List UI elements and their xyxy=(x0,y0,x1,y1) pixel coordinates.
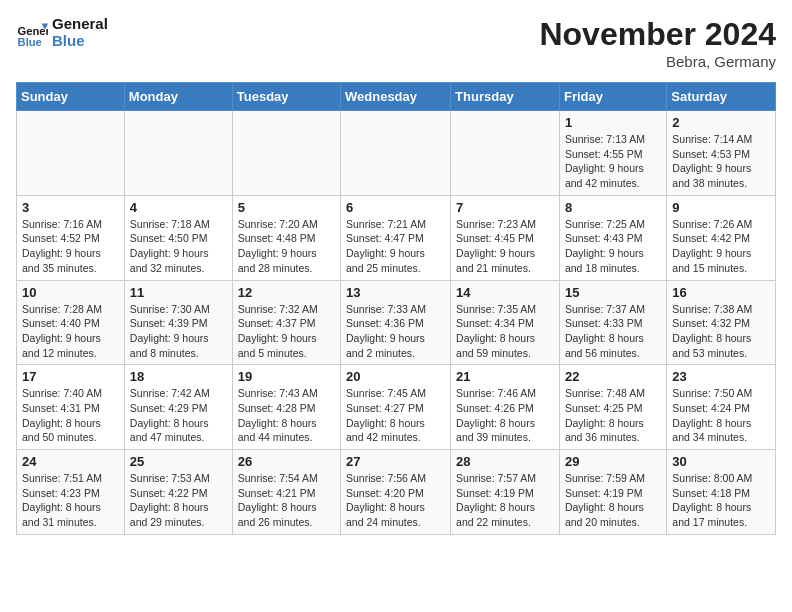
day-number: 23 xyxy=(672,369,770,384)
calendar-cell: 1Sunrise: 7:13 AM Sunset: 4:55 PM Daylig… xyxy=(559,111,666,196)
title-block: November 2024 Bebra, Germany xyxy=(539,16,776,70)
day-info: Sunrise: 7:35 AM Sunset: 4:34 PM Dayligh… xyxy=(456,302,554,361)
calendar-cell: 23Sunrise: 7:50 AM Sunset: 4:24 PM Dayli… xyxy=(667,365,776,450)
calendar-cell: 14Sunrise: 7:35 AM Sunset: 4:34 PM Dayli… xyxy=(451,280,560,365)
day-info: Sunrise: 7:26 AM Sunset: 4:42 PM Dayligh… xyxy=(672,217,770,276)
calendar-cell: 8Sunrise: 7:25 AM Sunset: 4:43 PM Daylig… xyxy=(559,195,666,280)
day-info: Sunrise: 7:38 AM Sunset: 4:32 PM Dayligh… xyxy=(672,302,770,361)
calendar-cell: 20Sunrise: 7:45 AM Sunset: 4:27 PM Dayli… xyxy=(341,365,451,450)
calendar-body: 1Sunrise: 7:13 AM Sunset: 4:55 PM Daylig… xyxy=(17,111,776,535)
logo-icon: General Blue xyxy=(16,17,48,49)
calendar-cell: 7Sunrise: 7:23 AM Sunset: 4:45 PM Daylig… xyxy=(451,195,560,280)
day-info: Sunrise: 7:46 AM Sunset: 4:26 PM Dayligh… xyxy=(456,386,554,445)
calendar-week-5: 24Sunrise: 7:51 AM Sunset: 4:23 PM Dayli… xyxy=(17,450,776,535)
calendar-cell: 16Sunrise: 7:38 AM Sunset: 4:32 PM Dayli… xyxy=(667,280,776,365)
day-number: 13 xyxy=(346,285,445,300)
calendar-header-saturday: Saturday xyxy=(667,83,776,111)
day-info: Sunrise: 7:57 AM Sunset: 4:19 PM Dayligh… xyxy=(456,471,554,530)
calendar-week-3: 10Sunrise: 7:28 AM Sunset: 4:40 PM Dayli… xyxy=(17,280,776,365)
day-number: 11 xyxy=(130,285,227,300)
day-info: Sunrise: 7:32 AM Sunset: 4:37 PM Dayligh… xyxy=(238,302,335,361)
day-info: Sunrise: 7:23 AM Sunset: 4:45 PM Dayligh… xyxy=(456,217,554,276)
day-info: Sunrise: 7:30 AM Sunset: 4:39 PM Dayligh… xyxy=(130,302,227,361)
day-number: 7 xyxy=(456,200,554,215)
day-info: Sunrise: 7:18 AM Sunset: 4:50 PM Dayligh… xyxy=(130,217,227,276)
svg-text:Blue: Blue xyxy=(18,35,42,47)
calendar-cell: 28Sunrise: 7:57 AM Sunset: 4:19 PM Dayli… xyxy=(451,450,560,535)
day-info: Sunrise: 7:28 AM Sunset: 4:40 PM Dayligh… xyxy=(22,302,119,361)
calendar-cell: 18Sunrise: 7:42 AM Sunset: 4:29 PM Dayli… xyxy=(124,365,232,450)
calendar-cell: 22Sunrise: 7:48 AM Sunset: 4:25 PM Dayli… xyxy=(559,365,666,450)
calendar-week-1: 1Sunrise: 7:13 AM Sunset: 4:55 PM Daylig… xyxy=(17,111,776,196)
day-info: Sunrise: 7:50 AM Sunset: 4:24 PM Dayligh… xyxy=(672,386,770,445)
calendar-cell xyxy=(124,111,232,196)
day-number: 19 xyxy=(238,369,335,384)
day-number: 10 xyxy=(22,285,119,300)
day-number: 9 xyxy=(672,200,770,215)
calendar-cell: 2Sunrise: 7:14 AM Sunset: 4:53 PM Daylig… xyxy=(667,111,776,196)
day-number: 5 xyxy=(238,200,335,215)
day-number: 14 xyxy=(456,285,554,300)
day-number: 2 xyxy=(672,115,770,130)
day-number: 3 xyxy=(22,200,119,215)
calendar-cell: 24Sunrise: 7:51 AM Sunset: 4:23 PM Dayli… xyxy=(17,450,125,535)
day-info: Sunrise: 7:16 AM Sunset: 4:52 PM Dayligh… xyxy=(22,217,119,276)
day-number: 20 xyxy=(346,369,445,384)
day-info: Sunrise: 7:13 AM Sunset: 4:55 PM Dayligh… xyxy=(565,132,661,191)
day-number: 1 xyxy=(565,115,661,130)
calendar-header-friday: Friday xyxy=(559,83,666,111)
calendar-cell: 9Sunrise: 7:26 AM Sunset: 4:42 PM Daylig… xyxy=(667,195,776,280)
logo: General Blue General Blue xyxy=(16,16,108,49)
calendar-cell xyxy=(232,111,340,196)
day-info: Sunrise: 7:14 AM Sunset: 4:53 PM Dayligh… xyxy=(672,132,770,191)
day-number: 30 xyxy=(672,454,770,469)
calendar-header-thursday: Thursday xyxy=(451,83,560,111)
calendar-cell: 19Sunrise: 7:43 AM Sunset: 4:28 PM Dayli… xyxy=(232,365,340,450)
day-number: 21 xyxy=(456,369,554,384)
day-number: 24 xyxy=(22,454,119,469)
day-number: 8 xyxy=(565,200,661,215)
page-header: General Blue General Blue November 2024 … xyxy=(16,16,776,70)
day-number: 17 xyxy=(22,369,119,384)
logo-line2: Blue xyxy=(52,33,108,50)
calendar-header-tuesday: Tuesday xyxy=(232,83,340,111)
day-number: 12 xyxy=(238,285,335,300)
day-info: Sunrise: 7:53 AM Sunset: 4:22 PM Dayligh… xyxy=(130,471,227,530)
day-info: Sunrise: 7:25 AM Sunset: 4:43 PM Dayligh… xyxy=(565,217,661,276)
calendar-cell: 25Sunrise: 7:53 AM Sunset: 4:22 PM Dayli… xyxy=(124,450,232,535)
calendar-cell: 29Sunrise: 7:59 AM Sunset: 4:19 PM Dayli… xyxy=(559,450,666,535)
day-info: Sunrise: 7:56 AM Sunset: 4:20 PM Dayligh… xyxy=(346,471,445,530)
day-number: 26 xyxy=(238,454,335,469)
day-info: Sunrise: 8:00 AM Sunset: 4:18 PM Dayligh… xyxy=(672,471,770,530)
calendar-header-sunday: Sunday xyxy=(17,83,125,111)
day-info: Sunrise: 7:21 AM Sunset: 4:47 PM Dayligh… xyxy=(346,217,445,276)
calendar-cell: 12Sunrise: 7:32 AM Sunset: 4:37 PM Dayli… xyxy=(232,280,340,365)
calendar-cell: 13Sunrise: 7:33 AM Sunset: 4:36 PM Dayli… xyxy=(341,280,451,365)
day-info: Sunrise: 7:45 AM Sunset: 4:27 PM Dayligh… xyxy=(346,386,445,445)
calendar-cell: 27Sunrise: 7:56 AM Sunset: 4:20 PM Dayli… xyxy=(341,450,451,535)
calendar-cell: 15Sunrise: 7:37 AM Sunset: 4:33 PM Dayli… xyxy=(559,280,666,365)
calendar-week-4: 17Sunrise: 7:40 AM Sunset: 4:31 PM Dayli… xyxy=(17,365,776,450)
month-title: November 2024 xyxy=(539,16,776,53)
day-number: 4 xyxy=(130,200,227,215)
day-info: Sunrise: 7:59 AM Sunset: 4:19 PM Dayligh… xyxy=(565,471,661,530)
day-number: 6 xyxy=(346,200,445,215)
calendar-cell xyxy=(451,111,560,196)
calendar-cell: 30Sunrise: 8:00 AM Sunset: 4:18 PM Dayli… xyxy=(667,450,776,535)
calendar-cell: 11Sunrise: 7:30 AM Sunset: 4:39 PM Dayli… xyxy=(124,280,232,365)
day-info: Sunrise: 7:33 AM Sunset: 4:36 PM Dayligh… xyxy=(346,302,445,361)
day-info: Sunrise: 7:20 AM Sunset: 4:48 PM Dayligh… xyxy=(238,217,335,276)
day-number: 22 xyxy=(565,369,661,384)
day-number: 28 xyxy=(456,454,554,469)
day-number: 15 xyxy=(565,285,661,300)
day-info: Sunrise: 7:43 AM Sunset: 4:28 PM Dayligh… xyxy=(238,386,335,445)
calendar-cell: 3Sunrise: 7:16 AM Sunset: 4:52 PM Daylig… xyxy=(17,195,125,280)
calendar-cell: 4Sunrise: 7:18 AM Sunset: 4:50 PM Daylig… xyxy=(124,195,232,280)
day-info: Sunrise: 7:51 AM Sunset: 4:23 PM Dayligh… xyxy=(22,471,119,530)
day-info: Sunrise: 7:42 AM Sunset: 4:29 PM Dayligh… xyxy=(130,386,227,445)
calendar-week-2: 3Sunrise: 7:16 AM Sunset: 4:52 PM Daylig… xyxy=(17,195,776,280)
day-info: Sunrise: 7:37 AM Sunset: 4:33 PM Dayligh… xyxy=(565,302,661,361)
calendar-cell: 6Sunrise: 7:21 AM Sunset: 4:47 PM Daylig… xyxy=(341,195,451,280)
calendar-cell: 26Sunrise: 7:54 AM Sunset: 4:21 PM Dayli… xyxy=(232,450,340,535)
calendar-cell: 21Sunrise: 7:46 AM Sunset: 4:26 PM Dayli… xyxy=(451,365,560,450)
